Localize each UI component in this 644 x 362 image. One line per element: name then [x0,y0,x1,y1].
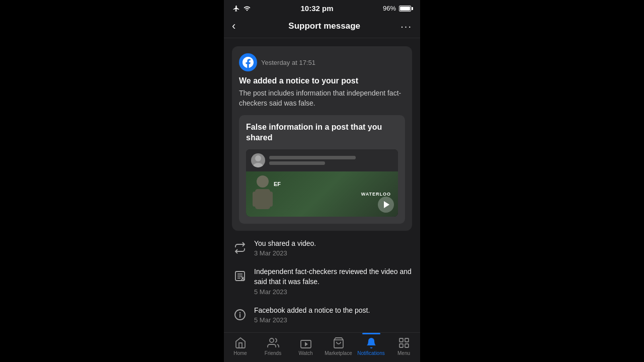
nav-item-notifications[interactable]: Notifications [355,337,387,356]
battery-percentage: 96% [383,5,396,12]
status-bar: 10:32 pm 96% [224,0,420,15]
timeline-items: You shared a video. 3 Mar 2023 [232,239,412,324]
message-sender: Yesterday at 17:51 [239,53,405,71]
marketplace-icon [333,337,345,349]
message-body: The post includes information that indep… [239,88,405,108]
nav-label-menu: Menu [397,350,410,356]
retweet-icon-svg [234,242,246,254]
message-block: Yesterday at 17:51 We added a notice to … [232,46,412,231]
fb-logo-svg [243,57,254,68]
timeline-item-notice: Facebook added a notice to the post. 5 M… [232,306,412,324]
post-avatar [251,153,265,167]
nav-item-friends[interactable]: Friends [257,337,289,356]
post-video-thumbnail[interactable]: WATERLOO EF [246,171,398,217]
timeline-text-shared: You shared a video. 3 Mar 2023 [254,239,412,257]
friends-icon [267,337,279,349]
nav-label-friends: Friends [265,350,281,356]
svg-rect-4 [253,192,259,207]
message-title: We added a notice to your post [239,76,405,85]
info-icon [232,307,248,323]
video-text-overlay: WATERLOO [361,192,391,197]
timeline-text-notice: Facebook added a notice to the post. 5 M… [254,306,412,324]
nav-label-watch: Watch [299,350,313,356]
post-preview-header [246,149,398,171]
timeline-main-shared: You shared a video. [254,239,412,249]
timeline-item-shared: You shared a video. 3 Mar 2023 [232,239,412,257]
status-right: 96% [383,5,411,12]
play-button[interactable] [378,197,394,213]
svg-rect-22 [405,344,409,347]
notifications-icon [365,337,377,349]
sender-time: Yesterday at 17:51 [261,59,315,66]
share-icon [232,240,248,256]
timeline-date-shared: 3 Mar 2023 [254,249,412,257]
timestamp-line [269,161,325,165]
facebook-logo [239,53,257,71]
nav-label-home: Home [233,350,247,356]
airplane-icon [233,5,240,12]
bottom-nav: Home Friends Watch Marketp [224,332,420,362]
timeline-main-notice: Facebook added a notice to the post. [254,306,412,316]
nav-active-indicator [362,333,380,334]
post-user-info-lines [269,156,393,165]
svg-rect-20 [405,338,409,342]
info-circle-icon-svg [234,309,246,321]
phone-screen: 10:32 pm 96% ‹ Support message ··· Yeste… [224,0,420,362]
wifi-icon [243,5,251,12]
nav-label-marketplace: Marketplace [325,350,352,356]
more-options-button[interactable]: ··· [400,21,412,32]
back-button[interactable]: ‹ [232,20,248,33]
false-info-title: False information in a post that you sha… [246,122,398,143]
svg-rect-19 [399,338,403,342]
timeline-text-factcheck: Independent fact-checkers reviewed the v… [254,267,412,295]
status-time: 10:32 pm [300,4,333,13]
svg-point-2 [257,175,269,188]
play-triangle-icon [384,201,389,208]
svg-rect-21 [399,344,403,347]
fact-check-icon-svg [234,270,246,282]
avatar-silhouette [251,153,265,167]
false-info-card: False information in a post that you sha… [239,115,405,224]
content-area: Yesterday at 17:51 We added a notice to … [224,38,420,332]
svg-marker-17 [305,342,308,346]
person-silhouette [250,174,275,214]
nav-item-home[interactable]: Home [224,337,257,356]
menu-icon [398,337,410,349]
nav-label-notifications: Notifications [357,350,384,356]
page-title: Support message [288,21,360,31]
timeline-item-factcheck: Independent fact-checkers reviewed the v… [232,267,412,295]
header: ‹ Support message ··· [224,15,420,38]
nav-item-marketplace[interactable]: Marketplace [322,337,355,356]
svg-point-15 [270,338,274,342]
timeline-date-factcheck: 5 Mar 2023 [254,288,412,296]
battery-icon [399,6,411,12]
video-ef-text: EF [274,179,281,188]
home-icon [234,337,247,349]
svg-point-1 [253,163,263,167]
nav-item-watch[interactable]: Watch [289,337,322,356]
status-left [233,5,251,12]
timeline-date-notice: 5 Mar 2023 [254,316,412,324]
username-line [269,156,356,159]
svg-rect-5 [267,192,273,207]
svg-point-0 [255,155,261,161]
fact-check-icon [232,268,248,284]
timeline-main-factcheck: Independent fact-checkers reviewed the v… [254,267,412,287]
watch-icon [300,337,312,349]
nav-item-menu[interactable]: Menu [387,337,420,356]
post-preview[interactable]: WATERLOO EF [246,149,398,217]
